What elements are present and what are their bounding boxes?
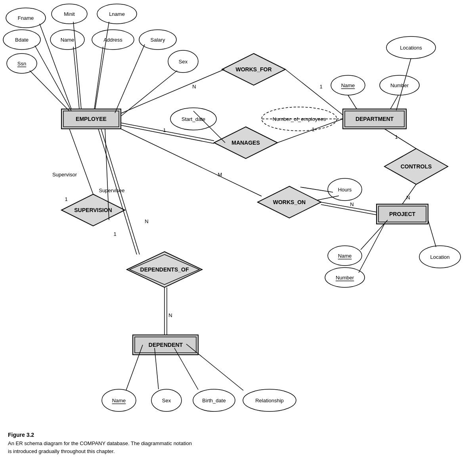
svg-text:Location: Location [430,254,449,260]
svg-text:EMPLOYEE: EMPLOYEE [76,116,107,122]
svg-text:1: 1 [65,196,67,202]
svg-line-95 [321,205,377,215]
svg-text:Sex: Sex [162,398,171,404]
svg-text:Relationship: Relationship [255,398,284,404]
svg-line-76 [30,71,69,111]
svg-text:SUPERVISION: SUPERVISION [74,207,112,213]
svg-text:DEPENDENTS_OF: DEPENDENTS_OF [140,266,189,273]
svg-line-120 [359,224,384,273]
svg-text:M: M [218,172,222,178]
svg-text:1: 1 [312,126,314,132]
svg-text:1: 1 [395,134,398,140]
svg-text:N: N [145,218,148,224]
svg-text:Bdate: Bdate [15,37,29,43]
svg-text:N: N [406,195,410,201]
svg-text:Locations: Locations [400,45,422,51]
svg-text:DEPENDENT: DEPENDENT [149,342,183,348]
svg-text:WORKS_ON: WORKS_ON [273,199,306,205]
svg-text:N: N [350,201,354,207]
svg-text:Ssn: Ssn [17,61,26,67]
svg-text:Name: Name [61,37,75,43]
svg-text:Sex: Sex [179,59,188,65]
svg-text:Name: Name [112,398,126,404]
svg-line-114 [348,95,357,109]
svg-text:Lname: Lname [109,11,125,17]
caption-text-line1: An ER schema diagram for the COMPANY dat… [8,440,285,448]
svg-text:Name: Name [338,253,352,259]
svg-line-121 [428,220,436,247]
svg-line-79 [121,69,224,113]
er-diagram-container: .entity { fill: #d0d0d0; stroke: #000; s… [0,0,476,432]
svg-text:MANAGES: MANAGES [231,140,260,146]
svg-text:Number: Number [390,82,409,88]
svg-text:Salary: Salary [151,37,165,43]
figure-title: Figure 3.2 [8,432,285,438]
svg-line-119 [361,220,388,250]
svg-text:1: 1 [319,84,322,90]
svg-line-77 [121,71,177,116]
svg-line-75 [115,44,145,113]
svg-text:CONTROLS: CONTROLS [401,163,432,170]
svg-text:Birth_date: Birth_date [202,398,226,404]
svg-line-88 [384,129,416,149]
svg-text:WORKS_FOR: WORKS_FOR [236,66,272,73]
svg-text:N: N [192,84,196,90]
svg-text:Number: Number [336,275,354,281]
svg-text:PROJECT: PROJECT [389,211,416,217]
svg-text:1: 1 [113,231,116,237]
caption-text-line2: is introduced gradually throughout this … [8,448,285,455]
svg-text:1: 1 [163,127,166,133]
figure-caption: Figure 3.2 An ER schema diagram for the … [8,432,285,455]
svg-text:Fname: Fname [18,15,34,21]
svg-line-72 [35,46,71,111]
svg-line-74 [94,47,103,109]
svg-text:Minit: Minit [64,11,75,17]
svg-text:DEPARTMENT: DEPARTMENT [356,116,394,122]
svg-text:Name: Name [341,82,355,88]
svg-text:Hours: Hours [338,187,352,193]
svg-text:Supervisor: Supervisor [52,172,77,178]
svg-text:N: N [168,312,172,318]
svg-line-94 [321,202,377,212]
svg-line-98 [69,129,93,194]
